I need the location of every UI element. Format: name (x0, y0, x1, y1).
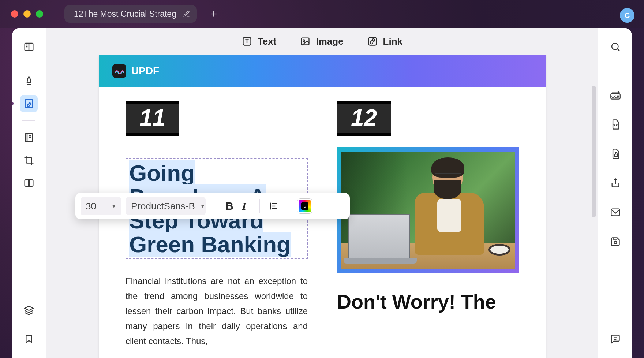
edit-toolbar: Text Image Link (46, 28, 598, 55)
window-maximize-button[interactable] (36, 10, 43, 18)
app-window: Text Image Link (12, 28, 632, 358)
column-1: 11 Going Paperless: A Step Toward Green … (126, 101, 308, 348)
window-minimize-button[interactable] (23, 10, 31, 18)
insert-image-label: Image (316, 36, 343, 47)
bookmark-button[interactable] (20, 330, 38, 348)
insert-link-button[interactable]: Link (367, 36, 402, 47)
text-icon (242, 36, 252, 47)
separator (22, 64, 35, 64)
image-icon (300, 36, 311, 47)
comment-button[interactable] (607, 330, 624, 348)
ocr-button[interactable]: OCR (607, 86, 624, 104)
brand-label: UPDF (131, 65, 159, 77)
font-size-selector[interactable]: 30 ▼ (80, 197, 121, 215)
body-paragraph[interactable]: Financial institutions are not an except… (126, 274, 308, 348)
crop-tool-button[interactable] (20, 152, 38, 169)
document-area: Text Image Link (46, 28, 598, 358)
reader-mode-button[interactable] (20, 38, 38, 56)
text-format-toolbar: 30 ▼ ProductSans-B ▼ B I ⌄ (75, 193, 350, 219)
svg-line-22 (617, 49, 619, 51)
link-icon (367, 36, 378, 47)
add-tab-button[interactable] (207, 7, 220, 20)
svg-marker-12 (25, 306, 33, 310)
separator (289, 199, 289, 213)
font-family-value: ProductSans-B (131, 201, 195, 212)
insert-link-label: Link (383, 36, 402, 47)
separator (214, 199, 214, 213)
font-color-button[interactable]: ⌄ (297, 199, 312, 213)
font-family-selector[interactable]: ProductSans-B ▼ (126, 197, 206, 215)
svg-point-28 (614, 241, 617, 244)
protect-button[interactable] (607, 145, 624, 163)
section-number-block: 11 (126, 101, 179, 136)
align-button[interactable] (268, 197, 281, 215)
photo-person-laptop (341, 152, 515, 269)
mail-button[interactable] (607, 204, 624, 221)
insert-text-button[interactable]: Text (242, 36, 277, 47)
layers-button[interactable] (20, 302, 38, 319)
scrollbar[interactable] (592, 86, 596, 217)
convert-button[interactable] (607, 116, 624, 133)
canvas[interactable]: UPDF 11 Going Paperless: A Step Toward G… (46, 55, 598, 358)
page-header-bar: UPDF (99, 55, 546, 87)
photo-frame[interactable] (337, 147, 519, 273)
tab-title: 12The Most Crucial Strateg (74, 9, 176, 19)
left-sidebar (12, 28, 46, 358)
window-controls (11, 10, 43, 18)
updf-logo-icon (112, 64, 126, 78)
edit-tool-button[interactable] (20, 95, 38, 112)
save-button[interactable] (607, 233, 624, 250)
font-size-value: 30 (86, 201, 96, 212)
separator (22, 120, 35, 121)
document-tab[interactable]: 12The Most Crucial Strateg (64, 5, 197, 23)
svg-rect-16 (368, 38, 376, 45)
right-sidebar: OCR (598, 28, 632, 358)
title-bar: 12The Most Crucial Strateg C (0, 0, 644, 28)
pencil-icon[interactable] (183, 10, 190, 18)
section-number: 11 (126, 104, 179, 133)
avatar-letter: C (625, 11, 630, 20)
search-button[interactable] (607, 38, 624, 56)
italic-button[interactable]: I (237, 197, 251, 215)
avatar[interactable]: C (620, 8, 634, 23)
svg-point-21 (612, 43, 618, 50)
section-number: 12 (337, 104, 391, 133)
share-button[interactable] (607, 174, 624, 192)
bold-button[interactable]: B (222, 197, 237, 215)
chevron-down-icon: ⌄ (303, 203, 307, 209)
chevron-down-icon: ▼ (111, 203, 116, 209)
svg-rect-27 (611, 209, 619, 216)
column-2: 12 (337, 101, 519, 348)
chevron-down-icon: ▼ (200, 203, 205, 209)
separator (259, 199, 260, 213)
section-number-block: 12 (337, 101, 391, 136)
pages-tool-button[interactable] (20, 129, 38, 146)
highlight-tool-button[interactable] (20, 72, 38, 90)
insert-image-button[interactable]: Image (300, 36, 343, 47)
insert-text-label: Text (258, 36, 277, 47)
heading-text[interactable]: Don't Worry! The (337, 291, 519, 312)
svg-rect-25 (614, 154, 617, 157)
compare-tool-button[interactable] (20, 174, 38, 192)
svg-point-15 (303, 40, 305, 41)
svg-text:OCR: OCR (611, 94, 619, 98)
window-close-button[interactable] (11, 10, 18, 18)
